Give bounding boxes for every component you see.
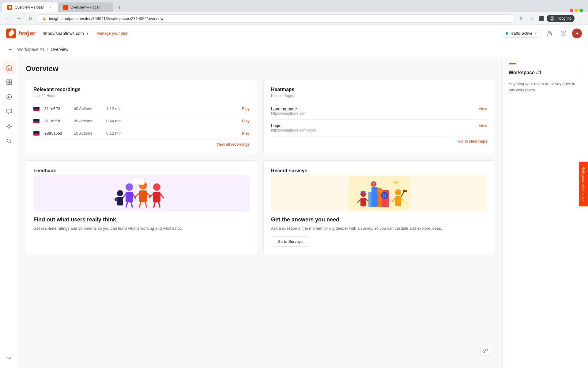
browser-chrome: Overview – Hotjar × Overview – Hotjar × … <box>0 0 588 25</box>
content-area: Overview Relevant recordings Last 24 Hou… <box>18 57 502 368</box>
new-tab-button[interactable]: + <box>115 4 124 12</box>
sidebar-item-ask[interactable] <box>2 105 16 118</box>
svg-rect-56 <box>360 198 366 206</box>
recording-id-3: 9885a5bd <box>44 131 69 136</box>
surveys-illustration: 5 10 1 <box>271 175 487 212</box>
svg-point-37 <box>115 197 118 201</box>
go-to-heatmaps-link[interactable]: Go to Heatmaps <box>458 139 487 144</box>
svg-line-26 <box>147 193 150 196</box>
main-layout: Overview Relevant recordings Last 24 Hou… <box>0 57 588 368</box>
add-user-button[interactable] <box>545 29 555 38</box>
incognito-label: Incognito <box>556 16 571 21</box>
svg-point-40 <box>394 181 398 184</box>
address-bar[interactable]: 🔒 insights.hotjar.com/sites/3090413/work… <box>37 14 515 23</box>
svg-line-22 <box>131 202 132 207</box>
sidebar-item-search[interactable] <box>2 134 16 148</box>
breadcrumb-back-button[interactable]: ← <box>6 45 15 54</box>
feedback-section-desc: Get real-time ratings and comments so yo… <box>33 225 250 232</box>
heatmap-view-1[interactable]: View <box>479 106 487 111</box>
manage-plan-link[interactable]: Manage your plan <box>96 31 128 36</box>
breadcrumb-workspace: Workspace #1 <box>17 47 44 52</box>
recording-id-2: 811e5f3f <box>44 119 69 123</box>
panel-description: Anything your users do or say goes in th… <box>509 81 582 93</box>
browser-menu[interactable]: ⋮ <box>576 14 584 23</box>
site-url: https://snapflows.com <box>43 31 84 36</box>
svg-point-29 <box>153 183 160 191</box>
recording-row-2: 811e5f3f 20 Actions 0:44 min Play <box>33 115 250 127</box>
window-minimize[interactable] <box>575 9 578 12</box>
sidebar-item-engage[interactable] <box>2 120 16 133</box>
svg-line-28 <box>145 202 147 207</box>
bookmark-icon[interactable]: ☆ <box>527 14 536 23</box>
browser-tab-1[interactable]: Overview – Hotjar × <box>2 2 58 12</box>
cards-grid: Relevant recordings Last 24 Hours 811e5f… <box>26 79 495 254</box>
tab-title-2: Overview – Hotjar <box>70 5 101 10</box>
heatmap-info-2: Login https://snapflows.com/login/ <box>271 123 479 132</box>
svg-rect-15 <box>7 109 12 113</box>
page-title: Overview <box>26 64 495 73</box>
extensions-icon[interactable]: ⬛ <box>537 14 545 23</box>
svg-point-14 <box>9 94 9 95</box>
heatmap-name-1: Landing page <box>271 106 479 111</box>
cast-icon[interactable]: ⊡ <box>517 14 526 23</box>
view-all-recordings-link[interactable]: View all recordings <box>216 142 250 147</box>
svg-point-35 <box>117 190 123 196</box>
link-icon-bottom[interactable] <box>480 346 490 356</box>
browser-tab-2[interactable]: Overview – Hotjar × <box>58 2 113 12</box>
forward-button[interactable]: → <box>15 14 23 23</box>
svg-rect-24 <box>139 190 147 202</box>
breadcrumb-separator: / <box>47 47 48 52</box>
help-button[interactable] <box>559 29 568 38</box>
play-button-2[interactable]: Play <box>242 119 250 123</box>
sidebar-item-home[interactable] <box>2 61 16 74</box>
svg-rect-36 <box>117 197 123 205</box>
back-button[interactable]: ← <box>4 14 12 23</box>
svg-point-17 <box>126 183 133 191</box>
traffic-label: Traffic active <box>510 31 532 36</box>
workspace-accent <box>509 63 516 64</box>
sidebar-item-observe[interactable] <box>2 90 16 104</box>
svg-rect-10 <box>7 82 9 85</box>
go-to-surveys-button[interactable]: Go to Surveys <box>271 236 309 247</box>
traffic-status-badge[interactable]: Traffic active ▼ <box>502 29 541 38</box>
sidebar-item-dashboard[interactable] <box>2 75 16 89</box>
recording-time-1: 1:12 min <box>106 106 237 111</box>
site-selector[interactable]: https://snapflows.com ▼ <box>40 30 92 37</box>
surveys-section-title: Get the answers you need <box>271 217 487 223</box>
recording-time-3: 0:12 min <box>106 131 237 136</box>
svg-rect-38 <box>132 178 145 185</box>
tab-close-2[interactable]: × <box>104 5 108 10</box>
window-close[interactable] <box>570 9 573 12</box>
panel-header: Workspace #1 ⋮ <box>509 69 582 76</box>
svg-line-33 <box>154 202 155 207</box>
heatmap-row-2: Login https://snapflows.com/login/ View <box>271 120 487 136</box>
tab-close-1[interactable]: × <box>48 5 53 10</box>
rate-experience-sidebar[interactable]: Rate your experience <box>579 162 588 206</box>
window-maximize[interactable] <box>579 9 583 12</box>
feedback-card-title: Feedback <box>33 168 250 174</box>
heatmap-view-2[interactable]: View <box>479 123 487 128</box>
feedback-card: Feedback <box>26 160 257 254</box>
play-button-1[interactable]: Play <box>242 106 250 111</box>
svg-point-12 <box>7 94 12 99</box>
svg-point-1 <box>64 6 67 9</box>
svg-point-5 <box>548 31 551 33</box>
svg-rect-46 <box>371 187 378 207</box>
recording-actions-2: 20 Actions <box>74 119 101 123</box>
hotjar-logo[interactable]: hotjar <box>6 29 36 38</box>
address-text: insights.hotjar.com/sites/3090413/worksp… <box>49 16 510 21</box>
toolbar-icons: ⊡ ☆ ⬛ Incognito ⋮ <box>517 14 584 23</box>
play-button-3[interactable]: Play <box>242 131 250 136</box>
svg-point-60 <box>395 189 401 195</box>
heatmaps-card-title: Heatmaps <box>271 87 487 92</box>
app-container: hotjar https://snapflows.com ▼ Manage yo… <box>0 25 588 368</box>
user-avatar[interactable]: H <box>572 29 582 38</box>
sidebar <box>0 57 18 368</box>
sidebar-item-expand[interactable] <box>2 351 16 365</box>
feedback-section-title: Find out what users really think <box>33 217 250 223</box>
svg-rect-8 <box>7 80 9 82</box>
reload-button[interactable]: ↻ <box>26 14 34 23</box>
traffic-chevron: ▼ <box>534 32 537 35</box>
heatmaps-card: Heatmaps Pinned Pages Landing page https… <box>263 79 495 154</box>
panel-menu-button[interactable]: ⋮ <box>576 69 582 76</box>
